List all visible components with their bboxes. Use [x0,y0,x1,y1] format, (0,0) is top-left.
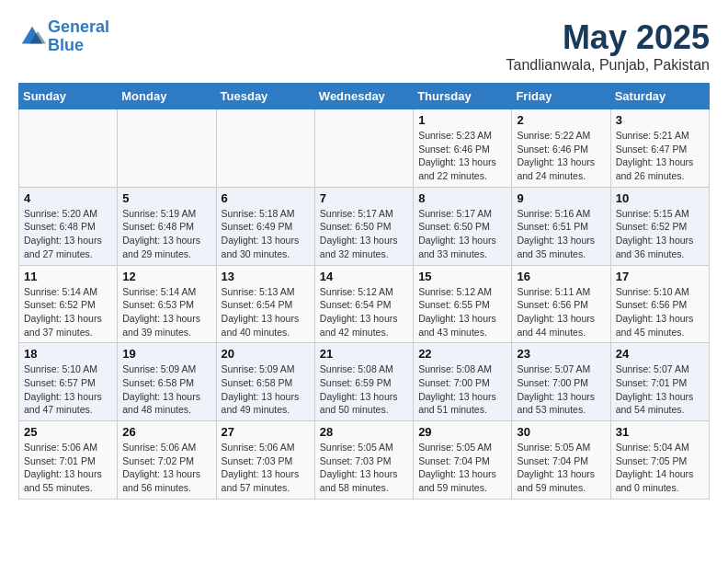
calendar-cell: 4Sunrise: 5:20 AM Sunset: 6:48 PM Daylig… [19,187,118,265]
day-number: 6 [222,191,310,205]
day-number: 23 [517,347,605,361]
day-info: Sunrise: 5:12 AM Sunset: 6:54 PM Dayligh… [320,285,408,339]
day-number: 13 [222,270,310,283]
calendar-cell: 15Sunrise: 5:12 AM Sunset: 6:55 PM Dayli… [414,265,512,343]
logo-line2: Blue [48,36,84,54]
calendar-cell: 3Sunrise: 5:21 AM Sunset: 6:47 PM Daylig… [610,109,709,188]
day-info: Sunrise: 5:10 AM Sunset: 6:57 PM Dayligh… [24,362,112,417]
day-info: Sunrise: 5:07 AM Sunset: 7:01 PM Dayligh… [616,362,704,417]
day-number: 24 [616,347,704,361]
day-number: 11 [24,270,112,283]
page-subtitle: Tandlianwala, Punjab, Pakistan [506,57,710,74]
page-header: General Blue May 2025 Tandlianwala, Punj… [18,18,710,74]
week-row-1: 1Sunrise: 5:23 AM Sunset: 6:46 PM Daylig… [19,109,710,188]
weekday-header-saturday: Saturday [610,84,709,109]
calendar-cell: 2Sunrise: 5:22 AM Sunset: 6:46 PM Daylig… [512,109,610,188]
calendar-cell: 6Sunrise: 5:18 AM Sunset: 6:49 PM Daylig… [216,187,314,265]
calendar-cell: 7Sunrise: 5:17 AM Sunset: 6:50 PM Daylig… [314,187,413,265]
weekday-header-monday: Monday [118,84,216,109]
calendar-cell: 20Sunrise: 5:09 AM Sunset: 6:58 PM Dayli… [216,343,314,421]
day-info: Sunrise: 5:23 AM Sunset: 6:46 PM Dayligh… [418,129,506,183]
weekday-header-tuesday: Tuesday [216,84,314,109]
day-info: Sunrise: 5:05 AM Sunset: 7:04 PM Dayligh… [517,441,605,495]
day-number: 30 [517,425,605,439]
day-info: Sunrise: 5:11 AM Sunset: 6:56 PM Dayligh… [517,285,605,339]
day-info: Sunrise: 5:07 AM Sunset: 7:00 PM Dayligh… [517,362,605,417]
calendar-cell [216,109,314,188]
calendar-cell: 16Sunrise: 5:11 AM Sunset: 6:56 PM Dayli… [512,265,610,343]
day-info: Sunrise: 5:18 AM Sunset: 6:49 PM Dayligh… [222,207,310,261]
day-info: Sunrise: 5:09 AM Sunset: 6:58 PM Dayligh… [122,362,210,417]
calendar-cell: 13Sunrise: 5:13 AM Sunset: 6:54 PM Dayli… [216,265,314,343]
day-number: 4 [24,191,112,205]
day-number: 7 [320,191,408,205]
day-number: 18 [24,347,112,361]
week-row-3: 11Sunrise: 5:14 AM Sunset: 6:52 PM Dayli… [19,265,710,343]
calendar-cell: 24Sunrise: 5:07 AM Sunset: 7:01 PM Dayli… [610,343,709,421]
calendar-cell: 23Sunrise: 5:07 AM Sunset: 7:00 PM Dayli… [512,343,610,421]
week-row-4: 18Sunrise: 5:10 AM Sunset: 6:57 PM Dayli… [19,343,710,421]
day-number: 15 [418,270,506,283]
calendar-cell: 28Sunrise: 5:05 AM Sunset: 7:03 PM Dayli… [314,421,413,500]
day-info: Sunrise: 5:17 AM Sunset: 6:50 PM Dayligh… [320,207,408,261]
page-title: May 2025 [506,18,710,57]
logo-icon [18,23,46,51]
day-number: 26 [122,425,210,439]
calendar-cell: 8Sunrise: 5:17 AM Sunset: 6:50 PM Daylig… [414,187,512,265]
week-row-5: 25Sunrise: 5:06 AM Sunset: 7:01 PM Dayli… [19,421,710,500]
calendar-cell: 14Sunrise: 5:12 AM Sunset: 6:54 PM Dayli… [314,265,413,343]
logo-line1: General [48,17,109,36]
day-info: Sunrise: 5:05 AM Sunset: 7:03 PM Dayligh… [320,441,408,495]
day-number: 29 [418,425,506,439]
day-number: 22 [418,347,506,361]
calendar-cell: 22Sunrise: 5:08 AM Sunset: 7:00 PM Dayli… [414,343,512,421]
day-number: 28 [320,425,408,439]
calendar-cell: 1Sunrise: 5:23 AM Sunset: 6:46 PM Daylig… [414,109,512,188]
calendar-cell: 30Sunrise: 5:05 AM Sunset: 7:04 PM Dayli… [512,421,610,500]
day-info: Sunrise: 5:05 AM Sunset: 7:04 PM Dayligh… [418,441,506,495]
day-number: 1 [418,113,506,127]
day-number: 8 [418,191,506,205]
calendar-table: SundayMondayTuesdayWednesdayThursdayFrid… [18,83,710,500]
calendar-cell: 31Sunrise: 5:04 AM Sunset: 7:05 PM Dayli… [610,421,709,500]
day-info: Sunrise: 5:20 AM Sunset: 6:48 PM Dayligh… [24,207,112,261]
calendar-cell: 27Sunrise: 5:06 AM Sunset: 7:03 PM Dayli… [216,421,314,500]
day-number: 16 [517,270,605,283]
day-number: 27 [222,425,310,439]
calendar-cell: 10Sunrise: 5:15 AM Sunset: 6:52 PM Dayli… [610,187,709,265]
day-number: 17 [616,270,704,283]
calendar-cell [118,109,216,188]
calendar-cell: 5Sunrise: 5:19 AM Sunset: 6:48 PM Daylig… [118,187,216,265]
weekday-header-row: SundayMondayTuesdayWednesdayThursdayFrid… [19,84,710,109]
day-info: Sunrise: 5:21 AM Sunset: 6:47 PM Dayligh… [616,129,704,183]
day-number: 21 [320,347,408,361]
calendar-cell: 29Sunrise: 5:05 AM Sunset: 7:04 PM Dayli… [414,421,512,500]
day-info: Sunrise: 5:09 AM Sunset: 6:58 PM Dayligh… [222,362,310,417]
calendar-cell: 17Sunrise: 5:10 AM Sunset: 6:56 PM Dayli… [610,265,709,343]
day-number: 14 [320,270,408,283]
logo: General Blue [18,18,109,55]
calendar-cell: 21Sunrise: 5:08 AM Sunset: 6:59 PM Dayli… [314,343,413,421]
day-number: 5 [122,191,210,205]
day-number: 9 [517,191,605,205]
day-number: 19 [122,347,210,361]
day-info: Sunrise: 5:04 AM Sunset: 7:05 PM Dayligh… [616,441,704,495]
day-info: Sunrise: 5:06 AM Sunset: 7:02 PM Dayligh… [122,441,210,495]
day-info: Sunrise: 5:22 AM Sunset: 6:46 PM Dayligh… [517,129,605,183]
calendar-cell: 11Sunrise: 5:14 AM Sunset: 6:52 PM Dayli… [19,265,118,343]
day-info: Sunrise: 5:15 AM Sunset: 6:52 PM Dayligh… [616,207,704,261]
weekday-header-friday: Friday [512,84,610,109]
day-info: Sunrise: 5:16 AM Sunset: 6:51 PM Dayligh… [517,207,605,261]
day-info: Sunrise: 5:17 AM Sunset: 6:50 PM Dayligh… [418,207,506,261]
calendar-cell: 18Sunrise: 5:10 AM Sunset: 6:57 PM Dayli… [19,343,118,421]
calendar-cell: 9Sunrise: 5:16 AM Sunset: 6:51 PM Daylig… [512,187,610,265]
calendar-cell [19,109,118,188]
day-info: Sunrise: 5:14 AM Sunset: 6:52 PM Dayligh… [24,285,112,339]
day-info: Sunrise: 5:06 AM Sunset: 7:03 PM Dayligh… [222,441,310,495]
week-row-2: 4Sunrise: 5:20 AM Sunset: 6:48 PM Daylig… [19,187,710,265]
title-block: May 2025 Tandlianwala, Punjab, Pakistan [506,18,710,74]
calendar-cell [314,109,413,188]
calendar-cell: 25Sunrise: 5:06 AM Sunset: 7:01 PM Dayli… [19,421,118,500]
day-info: Sunrise: 5:13 AM Sunset: 6:54 PM Dayligh… [222,285,310,339]
day-info: Sunrise: 5:14 AM Sunset: 6:53 PM Dayligh… [122,285,210,339]
